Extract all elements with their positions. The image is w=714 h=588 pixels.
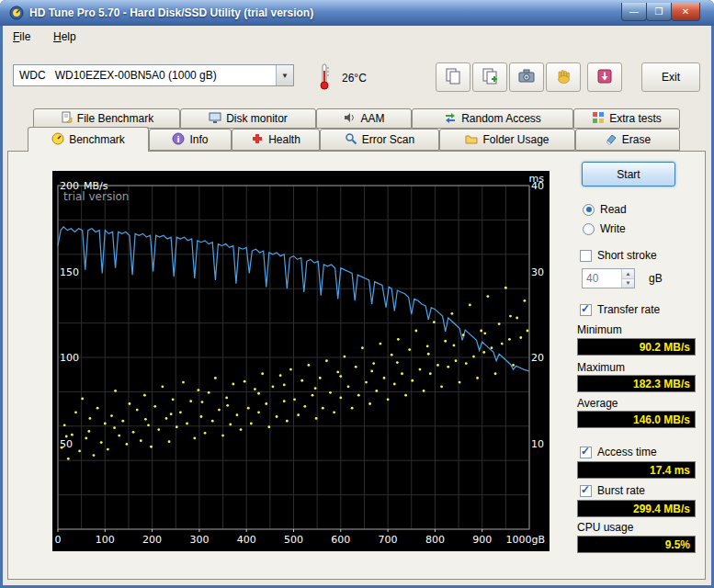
cpu-usage-label: CPU usage (577, 521, 633, 534)
drive-select[interactable]: WDC WD10EZEX-00BN5A0 (1000 gB) ▼ (13, 64, 294, 86)
svg-text:1000gB: 1000gB (505, 534, 545, 546)
screenshot-button[interactable] (509, 62, 544, 92)
chevron-down-icon[interactable]: ▼ (276, 65, 293, 85)
disk-monitor-icon (209, 111, 221, 127)
folder-usage-icon (465, 132, 478, 148)
short-stroke-unit: gB (649, 272, 663, 285)
svg-text:0: 0 (55, 534, 62, 546)
svg-text:10: 10 (531, 438, 544, 450)
short-stroke-input[interactable] (583, 269, 621, 288)
transfer-rate-checkbox[interactable] (580, 304, 592, 316)
window-title: HD Tune Pro 5.70 - Hard Disk/SSD Utility… (29, 6, 313, 19)
health-icon (251, 132, 264, 148)
hand-icon (554, 67, 572, 88)
svg-text:500: 500 (284, 534, 303, 546)
benchmark-chart-svg: 01002003004005006007008009001000gB200150… (52, 171, 550, 551)
access-time-row[interactable]: Access time (580, 446, 657, 458)
stepper-down-icon[interactable]: ▼ (622, 279, 634, 288)
svg-text:800: 800 (425, 534, 445, 546)
svg-text:trial version: trial version (63, 190, 129, 203)
random-access-icon (444, 111, 457, 127)
short-stroke-checkbox[interactable] (580, 250, 592, 262)
tab-aam[interactable]: AAM (316, 108, 412, 129)
svg-text:150: 150 (60, 266, 79, 278)
average-label: Average (577, 397, 618, 410)
copy-icon (444, 67, 462, 88)
minimum-value: 90.2 MB/s (577, 338, 696, 356)
transfer-rate-row[interactable]: Transfer rate (580, 303, 660, 316)
access-time-value: 17.4 ms (577, 461, 696, 479)
short-stroke-row[interactable]: Short stroke (580, 249, 657, 262)
camera-icon (517, 67, 536, 88)
tab-health[interactable]: Health (232, 129, 320, 151)
maximize-button[interactable]: ❐ (646, 3, 672, 21)
average-value: 146.0 MB/s (577, 411, 696, 428)
temperature-icon (318, 62, 331, 93)
read-radio[interactable] (583, 204, 595, 216)
tab-benchmark[interactable]: Benchmark (28, 127, 149, 152)
svg-text:i: i (177, 134, 180, 143)
short-stroke-stepper[interactable]: ▲▼ (621, 269, 634, 288)
maximum-label: Maximum (577, 361, 625, 374)
tab-erase[interactable]: Erase (575, 129, 680, 151)
benchmark-chart: 01002003004005006007008009001000gB200150… (52, 171, 550, 551)
minimum-label: Minimum (577, 323, 622, 336)
drive-select-value: WDC WD10EZEX-00BN5A0 (1000 gB) (14, 69, 217, 82)
erase-icon (605, 132, 618, 148)
svg-text:100: 100 (60, 352, 79, 364)
tab-error-scan[interactable]: Error Scan (320, 129, 439, 151)
copy-results-button[interactable] (472, 62, 507, 92)
download-icon (595, 67, 614, 88)
temperature-value: 26°C (342, 72, 367, 85)
tab-file-benchmark[interactable]: File Benchmark (33, 108, 180, 129)
titlebar: HD Tune Pro 5.70 - Hard Disk/SSD Utility… (0, 0, 714, 26)
short-stroke-input-box[interactable]: ▲▼ (582, 268, 635, 288)
benchmark-icon (51, 132, 64, 148)
extra-tests-icon (592, 111, 605, 127)
minimize-button[interactable]: — (621, 3, 647, 21)
menu-help[interactable]: Help (48, 28, 82, 45)
burst-rate-checkbox[interactable] (580, 485, 592, 497)
svg-text:900: 900 (472, 534, 492, 546)
tab-info[interactable]: i Info (149, 129, 232, 151)
burst-rate-row[interactable]: Burst rate (580, 484, 645, 497)
maximum-value: 182.3 MB/s (577, 375, 696, 392)
svg-text:20: 20 (531, 352, 544, 364)
exit-button[interactable]: Exit (641, 62, 700, 92)
svg-text:400: 400 (237, 534, 256, 546)
read-radio-row[interactable]: Read (583, 203, 627, 216)
info-icon: i (172, 132, 185, 148)
svg-text:700: 700 (379, 534, 398, 546)
save-download-button[interactable] (587, 62, 622, 92)
close-button[interactable]: ✕ (671, 3, 700, 21)
start-button[interactable]: Start (582, 162, 675, 187)
hd-tune-window: HD Tune Pro 5.70 - Hard Disk/SSD Utility… (0, 0, 714, 588)
tab-folder-usage[interactable]: Folder Usage (439, 129, 575, 151)
menu-file[interactable]: File (7, 28, 36, 45)
copy-results-icon (481, 67, 499, 88)
svg-text:100: 100 (96, 534, 115, 546)
app-icon (9, 6, 24, 23)
svg-text:300: 300 (189, 534, 209, 546)
file-benchmark-icon (60, 111, 73, 127)
tab-random-access[interactable]: Random Access (412, 108, 573, 129)
write-radio[interactable] (583, 223, 595, 235)
burst-rate-value: 299.4 MB/s (577, 500, 696, 517)
svg-text:200: 200 (142, 534, 162, 546)
svg-text:30: 30 (531, 266, 544, 278)
svg-text:ms: ms (529, 173, 545, 185)
cpu-usage-value: 9.5% (577, 536, 696, 553)
copy-button[interactable] (436, 62, 470, 92)
svg-text:600: 600 (331, 534, 350, 546)
error-scan-icon (345, 132, 357, 148)
tab-extra-tests[interactable]: Extra tests (573, 108, 680, 129)
write-radio-row[interactable]: Write (583, 222, 626, 235)
options-button[interactable] (546, 62, 581, 92)
aam-icon (343, 111, 356, 127)
tab-disk-monitor[interactable]: Disk monitor (180, 108, 316, 129)
access-time-checkbox[interactable] (580, 447, 592, 458)
stepper-up-icon[interactable]: ▲ (622, 269, 634, 279)
